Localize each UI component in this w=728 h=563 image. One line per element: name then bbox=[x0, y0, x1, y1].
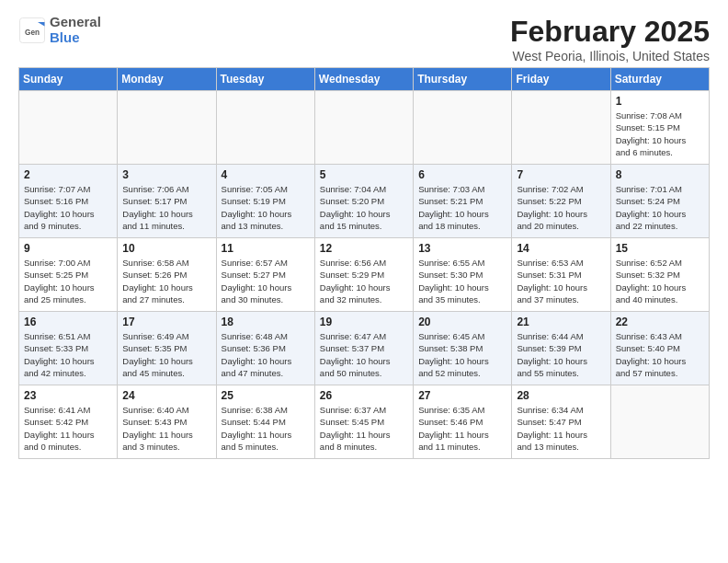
calendar-cell bbox=[216, 91, 314, 165]
calendar-cell: 9Sunrise: 7:00 AM Sunset: 5:25 PM Daylig… bbox=[19, 238, 118, 312]
day-number: 1 bbox=[616, 95, 704, 108]
calendar-cell bbox=[19, 91, 118, 165]
calendar-cell: 13Sunrise: 6:55 AM Sunset: 5:30 PM Dayli… bbox=[414, 238, 512, 312]
day-info: Sunrise: 6:44 AM Sunset: 5:39 PM Dayligh… bbox=[517, 330, 605, 379]
calendar-cell: 18Sunrise: 6:48 AM Sunset: 5:36 PM Dayli… bbox=[216, 312, 314, 385]
day-info: Sunrise: 6:43 AM Sunset: 5:40 PM Dayligh… bbox=[616, 330, 704, 379]
calendar-cell: 28Sunrise: 6:34 AM Sunset: 5:47 PM Dayli… bbox=[512, 385, 610, 459]
day-info: Sunrise: 7:08 AM Sunset: 5:15 PM Dayligh… bbox=[616, 109, 704, 158]
day-info: Sunrise: 6:45 AM Sunset: 5:38 PM Dayligh… bbox=[418, 330, 506, 379]
calendar-cell: 4Sunrise: 7:05 AM Sunset: 5:19 PM Daylig… bbox=[216, 165, 314, 238]
day-number: 18 bbox=[222, 316, 310, 328]
page: Gen General Blue February 2025 West Peor… bbox=[0, 0, 728, 468]
calendar-cell: 26Sunrise: 6:37 AM Sunset: 5:45 PM Dayli… bbox=[314, 385, 413, 459]
title-block: February 2025 West Peoria, Illinois, Uni… bbox=[510, 15, 710, 63]
header-row: Sunday Monday Tuesday Wednesday Thursday… bbox=[19, 68, 710, 91]
logo-general: General bbox=[50, 15, 101, 30]
day-info: Sunrise: 6:55 AM Sunset: 5:30 PM Dayligh… bbox=[418, 257, 506, 305]
day-number: 26 bbox=[320, 389, 408, 402]
day-number: 2 bbox=[24, 168, 112, 181]
calendar-body: 1Sunrise: 7:08 AM Sunset: 5:15 PM Daylig… bbox=[19, 91, 710, 459]
calendar-cell: 5Sunrise: 7:04 AM Sunset: 5:20 PM Daylig… bbox=[314, 165, 413, 238]
day-number: 8 bbox=[616, 168, 704, 181]
calendar-cell: 12Sunrise: 6:56 AM Sunset: 5:29 PM Dayli… bbox=[314, 238, 413, 312]
day-info: Sunrise: 7:06 AM Sunset: 5:17 PM Dayligh… bbox=[122, 183, 210, 232]
calendar: Sunday Monday Tuesday Wednesday Thursday… bbox=[18, 67, 710, 459]
logo: Gen General Blue bbox=[18, 15, 101, 45]
day-number: 3 bbox=[122, 168, 210, 181]
calendar-cell: 27Sunrise: 6:35 AM Sunset: 5:46 PM Dayli… bbox=[414, 385, 512, 459]
calendar-cell: 22Sunrise: 6:43 AM Sunset: 5:40 PM Dayli… bbox=[610, 312, 709, 385]
calendar-header: Sunday Monday Tuesday Wednesday Thursday… bbox=[19, 68, 710, 91]
calendar-cell bbox=[118, 91, 216, 165]
calendar-cell: 15Sunrise: 6:52 AM Sunset: 5:32 PM Dayli… bbox=[610, 238, 709, 312]
logo-text: General Blue bbox=[50, 15, 101, 45]
day-number: 15 bbox=[616, 242, 704, 255]
col-monday: Monday bbox=[118, 68, 216, 91]
calendar-cell: 10Sunrise: 6:58 AM Sunset: 5:26 PM Dayli… bbox=[118, 238, 216, 312]
calendar-cell: 20Sunrise: 6:45 AM Sunset: 5:38 PM Dayli… bbox=[414, 312, 512, 385]
day-number: 14 bbox=[517, 242, 605, 255]
day-number: 20 bbox=[418, 316, 506, 328]
day-info: Sunrise: 7:05 AM Sunset: 5:19 PM Dayligh… bbox=[222, 183, 310, 232]
day-info: Sunrise: 6:48 AM Sunset: 5:36 PM Dayligh… bbox=[222, 330, 310, 379]
day-info: Sunrise: 6:52 AM Sunset: 5:32 PM Dayligh… bbox=[616, 257, 704, 305]
col-wednesday: Wednesday bbox=[314, 68, 413, 91]
day-number: 12 bbox=[320, 242, 408, 255]
col-thursday: Thursday bbox=[414, 68, 512, 91]
logo-blue: Blue bbox=[50, 30, 101, 46]
day-info: Sunrise: 6:34 AM Sunset: 5:47 PM Dayligh… bbox=[517, 404, 605, 453]
calendar-cell bbox=[610, 385, 709, 459]
day-info: Sunrise: 7:03 AM Sunset: 5:21 PM Dayligh… bbox=[418, 183, 506, 232]
col-tuesday: Tuesday bbox=[216, 68, 314, 91]
logo-icon: Gen bbox=[18, 17, 46, 44]
day-number: 17 bbox=[122, 316, 210, 328]
day-info: Sunrise: 7:01 AM Sunset: 5:24 PM Dayligh… bbox=[616, 183, 704, 232]
calendar-cell: 23Sunrise: 6:41 AM Sunset: 5:42 PM Dayli… bbox=[19, 385, 118, 459]
day-info: Sunrise: 6:51 AM Sunset: 5:33 PM Dayligh… bbox=[24, 330, 112, 379]
day-info: Sunrise: 6:56 AM Sunset: 5:29 PM Dayligh… bbox=[320, 257, 408, 305]
main-title: February 2025 bbox=[510, 15, 710, 49]
day-number: 16 bbox=[24, 316, 112, 328]
day-number: 5 bbox=[320, 168, 408, 181]
col-saturday: Saturday bbox=[610, 68, 709, 91]
day-info: Sunrise: 6:41 AM Sunset: 5:42 PM Dayligh… bbox=[24, 404, 112, 453]
calendar-cell: 6Sunrise: 7:03 AM Sunset: 5:21 PM Daylig… bbox=[414, 165, 512, 238]
day-number: 7 bbox=[517, 168, 605, 181]
calendar-cell bbox=[414, 91, 512, 165]
calendar-cell bbox=[314, 91, 413, 165]
calendar-cell: 8Sunrise: 7:01 AM Sunset: 5:24 PM Daylig… bbox=[610, 165, 709, 238]
calendar-cell: 19Sunrise: 6:47 AM Sunset: 5:37 PM Dayli… bbox=[314, 312, 413, 385]
day-number: 27 bbox=[418, 389, 506, 402]
day-info: Sunrise: 7:02 AM Sunset: 5:22 PM Dayligh… bbox=[517, 183, 605, 232]
day-info: Sunrise: 6:53 AM Sunset: 5:31 PM Dayligh… bbox=[517, 257, 605, 305]
day-info: Sunrise: 6:40 AM Sunset: 5:43 PM Dayligh… bbox=[122, 404, 210, 453]
calendar-cell: 21Sunrise: 6:44 AM Sunset: 5:39 PM Dayli… bbox=[512, 312, 610, 385]
calendar-week-3: 16Sunrise: 6:51 AM Sunset: 5:33 PM Dayli… bbox=[19, 312, 710, 385]
subtitle: West Peoria, Illinois, United States bbox=[510, 49, 710, 63]
calendar-cell: 3Sunrise: 7:06 AM Sunset: 5:17 PM Daylig… bbox=[118, 165, 216, 238]
calendar-week-0: 1Sunrise: 7:08 AM Sunset: 5:15 PM Daylig… bbox=[19, 91, 710, 165]
calendar-cell: 16Sunrise: 6:51 AM Sunset: 5:33 PM Dayli… bbox=[19, 312, 118, 385]
calendar-cell: 17Sunrise: 6:49 AM Sunset: 5:35 PM Dayli… bbox=[118, 312, 216, 385]
day-number: 9 bbox=[24, 242, 112, 255]
calendar-cell: 2Sunrise: 7:07 AM Sunset: 5:16 PM Daylig… bbox=[19, 165, 118, 238]
day-number: 6 bbox=[418, 168, 506, 181]
calendar-cell: 25Sunrise: 6:38 AM Sunset: 5:44 PM Dayli… bbox=[216, 385, 314, 459]
day-number: 21 bbox=[517, 316, 605, 328]
day-number: 22 bbox=[616, 316, 704, 328]
col-friday: Friday bbox=[512, 68, 610, 91]
calendar-cell: 24Sunrise: 6:40 AM Sunset: 5:43 PM Dayli… bbox=[118, 385, 216, 459]
day-number: 25 bbox=[222, 389, 310, 402]
day-number: 24 bbox=[122, 389, 210, 402]
day-number: 13 bbox=[418, 242, 506, 255]
calendar-week-2: 9Sunrise: 7:00 AM Sunset: 5:25 PM Daylig… bbox=[19, 238, 710, 312]
day-info: Sunrise: 6:37 AM Sunset: 5:45 PM Dayligh… bbox=[320, 404, 408, 453]
day-info: Sunrise: 6:49 AM Sunset: 5:35 PM Dayligh… bbox=[122, 330, 210, 379]
day-number: 28 bbox=[517, 389, 605, 402]
day-number: 10 bbox=[122, 242, 210, 255]
day-number: 4 bbox=[222, 168, 310, 181]
day-info: Sunrise: 6:58 AM Sunset: 5:26 PM Dayligh… bbox=[122, 257, 210, 305]
header: Gen General Blue February 2025 West Peor… bbox=[18, 15, 710, 63]
day-info: Sunrise: 7:04 AM Sunset: 5:20 PM Dayligh… bbox=[320, 183, 408, 232]
